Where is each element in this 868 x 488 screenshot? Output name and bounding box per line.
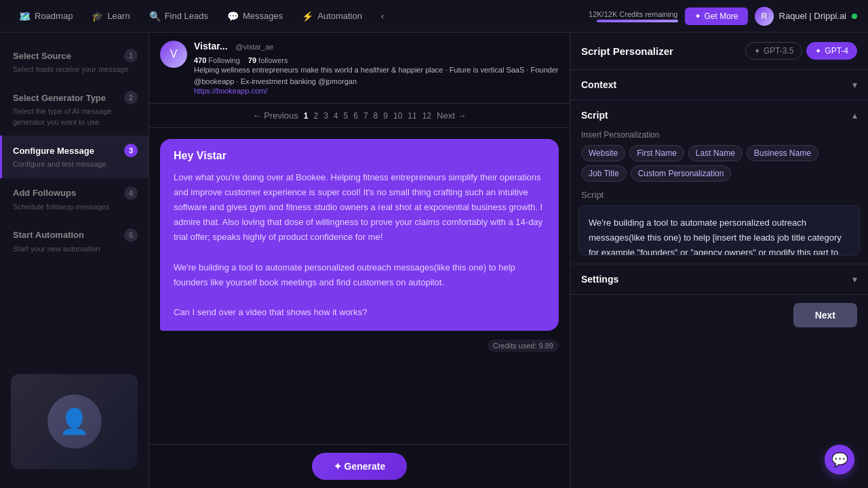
page-3[interactable]: 3 [323,111,328,121]
script-textarea[interactable] [578,205,860,256]
credits-wrap: 12K/12K Credits remaining [589,10,677,22]
avatar: R [755,7,774,26]
get-more-icon: ✦ [694,12,701,21]
nav-roadmap-label: Roadmap [35,11,73,21]
script-chevron-icon: ▴ [852,110,857,121]
gpt35-label: GPT-3.5 [764,46,794,56]
nav-messages-label: Messages [243,11,283,21]
step-badge-3: 3 [124,144,138,157]
context-header[interactable]: Context ▾ [570,70,868,100]
profile-link[interactable]: https://bookeapp.com/ [194,87,559,95]
sidebar-desc-3: Configure and test message [13,159,138,169]
gpt4-icon: ✦ [815,47,821,56]
get-more-button[interactable]: ✦ Get More [685,7,748,25]
nav-items: 🗺️ Roadmap 🎓 Learn 🔍 Find Leads 💬 Messag… [11,7,589,26]
page-5[interactable]: 5 [344,111,349,121]
profile-handle: @vistar_ae [236,43,274,51]
credits-used-row: Credits used: 9.89 [160,342,559,350]
sidebar-title-5: Start Automation [13,230,84,240]
page-11[interactable]: 11 [408,111,416,121]
nav-find-leads[interactable]: 🔍 Find Leads [141,7,216,26]
sidebar-item-followups[interactable]: Add Followups 4 Schedule followup messag… [0,178,149,220]
chat-icon: 💬 [831,451,848,468]
get-more-label: Get More [705,12,738,21]
followers-count: 79 followers [248,56,288,64]
profile-header: V Vistar... @vistar_ae 470 Following 79 … [149,33,570,104]
credits-text: 12K/12K Credits remaining [589,10,677,18]
sidebar: Select Source 1 Select leads receive you… [0,33,149,488]
token-job-title[interactable]: Job Title [581,165,627,182]
token-first-name[interactable]: First Name [629,145,684,161]
main-layout: Select Source 1 Select leads receive you… [0,33,868,488]
script-section: Script ▴ Insert Personalization Website … [570,100,868,264]
chat-fab-button[interactable]: 💬 [825,445,854,474]
sidebar-item-start-automation[interactable]: Start Automation 5 Start your new automa… [0,220,149,262]
page-1[interactable]: 1 [304,111,309,121]
message-greeting: Hey Vistar [174,150,545,162]
next-button[interactable]: Next [793,303,857,327]
learn-icon: 🎓 [92,11,103,22]
profile-name: Vistar... [194,41,228,52]
collapse-icon: ‹ [381,11,384,21]
settings-header[interactable]: Settings ▾ [570,264,868,294]
page-10[interactable]: 10 [393,111,402,121]
script-title: Script [581,110,608,121]
step-badge-1: 1 [124,49,138,62]
token-website[interactable]: Website [581,145,625,161]
token-custom[interactable]: Custom Personalization [631,165,732,182]
nav-roadmap[interactable]: 🗺️ Roadmap [11,7,81,26]
nav-collapse[interactable]: ‹ [373,7,392,26]
video-inner: 👤 [11,374,138,469]
token-last-name[interactable]: Last Name [688,145,743,161]
page-4[interactable]: 4 [334,111,338,121]
model-tabs: ✦ GPT-3.5 ✦ GPT-4 [745,42,857,60]
sidebar-item-select-generator[interactable]: Select Generator Type 2 Select the type … [0,83,149,136]
nav-learn-label: Learn [107,11,130,21]
sidebar-title-2: Select Generator Type [13,93,106,103]
sidebar-item-header-3: Configure Message 3 [13,144,138,157]
prev-button[interactable]: ← Previous [253,110,298,121]
model-tab-gpt4[interactable]: ✦ GPT-4 [806,42,857,60]
next-button[interactable]: Next → [437,110,466,121]
token-business-name[interactable]: Business Name [747,145,818,161]
message-body: Love what you're doing over at Bookee. H… [174,170,545,320]
script-header[interactable]: Script ▴ [570,100,868,130]
roadmap-icon: 🗺️ [19,11,31,22]
model-tab-gpt35[interactable]: ✦ GPT-3.5 [745,42,803,60]
page-6[interactable]: 6 [353,111,358,121]
nav-messages[interactable]: 💬 Messages [219,7,291,26]
automation-icon: ⚡ [302,11,313,22]
context-section: Context ▾ [570,70,868,100]
settings-section: Settings ▾ [570,264,868,294]
page-9[interactable]: 9 [383,111,388,121]
sidebar-desc-2: Select the type of AI message generator … [13,106,138,127]
page-2[interactable]: 2 [313,111,318,121]
right-panel: Script Personalizer ✦ GPT-3.5 ✦ GPT-4 Co… [570,33,868,488]
messages-icon: 💬 [227,11,239,22]
sidebar-item-header-5: Start Automation 5 [13,228,138,242]
personalization-area: Insert Personalization Website First Nam… [570,130,868,190]
page-8[interactable]: 8 [374,111,378,121]
step-badge-2: 2 [124,91,138,104]
context-title: Context [581,79,616,90]
sidebar-item-select-source[interactable]: Select Source 1 Select leads receive you… [0,41,149,83]
sidebar-item-header-4: Add Followups 4 [13,186,138,200]
person-silhouette: 👤 [47,394,102,449]
settings-title: Settings [581,274,618,285]
step-badge-4: 4 [124,186,138,200]
user-info: R Raquel | Drippi.ai [755,7,857,26]
page-12[interactable]: 12 [422,111,431,121]
profile-info: Vistar... @vistar_ae 470 Following 79 fo… [194,41,559,95]
page-7[interactable]: 7 [363,111,368,121]
gpt35-icon: ✦ [754,47,760,56]
nav-right: 12K/12K Credits remaining ✦ Get More R R… [589,7,857,26]
profile-bio: Helping wellness entrepreneurs make this… [194,64,559,87]
sidebar-item-configure[interactable]: Configure Message 3 Configure and test m… [0,136,149,178]
message-body-1: Love what you're doing over at Bookee. H… [174,172,542,242]
generate-button[interactable]: ✦ Generate [312,453,408,480]
credits-badge: Credits used: 9.89 [488,340,559,352]
find-leads-icon: 🔍 [149,11,161,22]
nav-learn[interactable]: 🎓 Learn [83,7,138,26]
nav-automation[interactable]: ⚡ Automation [294,7,370,26]
online-indicator [852,14,857,19]
